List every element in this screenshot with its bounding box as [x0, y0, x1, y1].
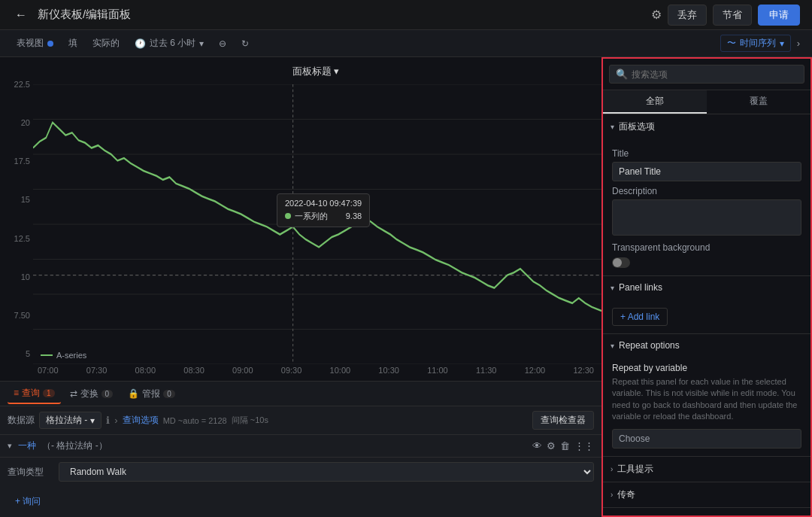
- datasource-label: 数据源: [8, 414, 35, 427]
- add-link-button[interactable]: + Add link: [612, 308, 668, 326]
- actual-item[interactable]: 实际的: [88, 35, 124, 51]
- info-icon[interactable]: ℹ: [106, 415, 110, 426]
- tab-transform[interactable]: ⇄ 变换 0: [64, 385, 120, 403]
- query-block-actions: 👁 ⚙ 🗑 ⋮⋮: [532, 440, 594, 452]
- query-tab-badge: 1: [43, 389, 55, 397]
- query-series-name: 一种: [18, 439, 36, 452]
- time-range-item[interactable]: 🕐 过去 6 小时 ▾: [130, 35, 208, 51]
- query-series-alias: （- 格拉法纳 -）: [42, 439, 108, 452]
- query-type-row: 查询类型 Random Walk: [0, 458, 601, 486]
- discard-button[interactable]: 丢弃: [668, 5, 707, 26]
- add-query-button[interactable]: + 询问: [5, 489, 51, 514]
- add-query-row: + 询问: [0, 486, 601, 517]
- search-input[interactable]: [632, 69, 798, 80]
- panel-options-header[interactable]: ▾ 面板选项: [603, 114, 810, 139]
- toolbar-left: 表视图 填 实际的 🕐 过去 6 小时 ▾ ⊖ ↻: [12, 35, 253, 51]
- transparent-label: Transparent background: [612, 242, 710, 253]
- tab-query[interactable]: ≡ 查询 1: [8, 384, 61, 404]
- time-chevron: ▾: [199, 38, 204, 49]
- time-range-label: 过去 6 小时: [150, 37, 195, 50]
- search-input-wrap: 🔍: [609, 65, 804, 84]
- apply-button[interactable]: 申请: [758, 5, 800, 26]
- settings-icon[interactable]: ⚙: [547, 440, 556, 452]
- search-icon: 🔍: [616, 68, 628, 80]
- repeat-variable-select[interactable]: Choose: [612, 429, 801, 449]
- eye-icon[interactable]: 👁: [532, 440, 542, 452]
- tab-alert[interactable]: 🔒 管报 0: [122, 385, 181, 403]
- drag-icon[interactable]: ⋮⋮: [574, 440, 594, 452]
- toggle-thumb: [613, 258, 622, 267]
- page-title: 新仪表板/编辑面板: [38, 8, 131, 22]
- panel-chevron-right[interactable]: ›: [797, 38, 800, 49]
- panel-links-label: Panel links: [619, 282, 662, 293]
- legend-section[interactable]: › 传奇: [603, 482, 810, 508]
- repeat-options-section: ▾ Repeat options Repeat by variable Repe…: [603, 334, 810, 457]
- chart-svg: [33, 84, 601, 364]
- filter-tab-overrides[interactable]: 覆盖: [707, 90, 810, 114]
- legend-label: 传奇: [617, 488, 635, 501]
- alert-tab-icon: 🔒: [128, 388, 139, 399]
- repeat-by-desc: Repeat this panel for each value in the …: [612, 376, 801, 423]
- zoom-out-item[interactable]: ⊖: [214, 37, 231, 50]
- query-block: ▾ 一种 （- 格拉法纳 -） 👁 ⚙ 🗑 ⋮⋮ 查询类型 Random Wal…: [0, 435, 601, 486]
- time-series-chevron: ▾: [780, 38, 784, 49]
- panel-links-header[interactable]: ▾ Panel links: [603, 276, 810, 299]
- query-collapse-icon[interactable]: ▾: [8, 441, 12, 451]
- repeat-options-header[interactable]: ▾ Repeat options: [603, 334, 810, 357]
- transform-tab-label: 变换: [80, 388, 98, 400]
- transform-tab-icon: ⇄: [70, 388, 77, 399]
- query-link[interactable]: 查询选项: [123, 414, 159, 427]
- x-axis: 07:00 07:30 08:00 08:30 09:00 09:30 10:0…: [38, 366, 594, 375]
- filter-tabs: 全部 覆盖: [603, 90, 810, 114]
- query-tabs: ≡ 查询 1 ⇄ 变换 0 🔒 管报 0: [0, 381, 601, 406]
- query-type-select[interactable]: Random Walk: [59, 462, 594, 482]
- time-series-button[interactable]: 〜 时间序列 ▾: [720, 35, 791, 52]
- transparent-toggle: [612, 257, 801, 268]
- table-view-item[interactable]: 表视图: [12, 35, 58, 51]
- transparent-toggle-row: Transparent background: [612, 242, 801, 253]
- fill-item[interactable]: 填: [64, 35, 82, 51]
- transform-tab-badge: 0: [102, 390, 114, 398]
- save-button[interactable]: 节省: [713, 5, 752, 26]
- table-view-label: 表视图: [17, 37, 44, 50]
- graph-styles-section[interactable]: › 图表样式: [603, 508, 810, 517]
- tooltips-section[interactable]: › 工具提示: [603, 457, 810, 482]
- title-field-label: Title: [612, 148, 801, 159]
- alert-tab-badge: 0: [163, 390, 175, 398]
- trash-icon[interactable]: 🗑: [560, 440, 570, 452]
- left-panel: 面板标题 ▾ 22.5 20 17.5 15 12.5 10 7.50 5: [0, 57, 601, 517]
- gear-icon[interactable]: ⚙: [651, 8, 662, 22]
- datasource-meta1: MD ~auto = 2128: [163, 416, 227, 425]
- panel-options-body: Title Description Transparent background: [603, 139, 810, 275]
- toolbar-right: 〜 时间序列 ▾ ›: [720, 35, 800, 52]
- filter-tab-all[interactable]: 全部: [603, 90, 707, 114]
- panel-links-section: ▾ Panel links + Add link: [603, 276, 810, 334]
- query-inspect-button[interactable]: 查询检查器: [532, 411, 594, 430]
- chart-area: 面板标题 ▾ 22.5 20 17.5 15 12.5 10 7.50 5: [0, 57, 601, 381]
- repeat-by-title: Repeat by variable: [612, 363, 801, 373]
- query-block-header: ▾ 一种 （- 格拉法纳 -） 👁 ⚙ 🗑 ⋮⋮: [0, 435, 601, 458]
- fill-dot: [47, 41, 53, 47]
- nav-left: ← 新仪表板/编辑面板: [12, 5, 131, 25]
- datasource-meta2: 间隔 ~10s: [232, 415, 268, 426]
- zoom-icon: ⊖: [219, 38, 226, 49]
- breadcrumb-arrow: ›: [114, 415, 117, 426]
- datasource-row: 数据源 格拉法纳 - ▾ ℹ › 查询选项 MD ~auto = 2128 间隔…: [0, 406, 601, 435]
- refresh-icon: ↻: [241, 38, 249, 49]
- time-series-label: 时间序列: [740, 37, 776, 50]
- graph-styles-label: 图表样式: [617, 514, 653, 517]
- back-button[interactable]: ←: [12, 5, 30, 25]
- repeat-section-body: Repeat by variable Repeat this panel for…: [603, 357, 810, 456]
- time-series-wave-icon: 〜: [727, 37, 736, 50]
- query-type-label: 查询类型: [8, 466, 53, 479]
- refresh-item[interactable]: ↻: [237, 37, 253, 50]
- fill-label: 填: [68, 37, 77, 50]
- alert-tab-label: 管报: [142, 388, 160, 400]
- desc-field-textarea[interactable]: [612, 199, 801, 236]
- chart-title[interactable]: 面板标题 ▾: [38, 65, 594, 78]
- title-field-input[interactable]: [612, 162, 801, 181]
- datasource-select[interactable]: 格拉法纳 - ▾: [39, 412, 102, 429]
- transparent-toggle-switch[interactable]: [612, 257, 630, 268]
- toolbar: 表视图 填 实际的 🕐 过去 6 小时 ▾ ⊖ ↻ 〜 时间序列 ▾ ›: [0, 30, 812, 57]
- panel-options-chevron: ▾: [611, 123, 614, 131]
